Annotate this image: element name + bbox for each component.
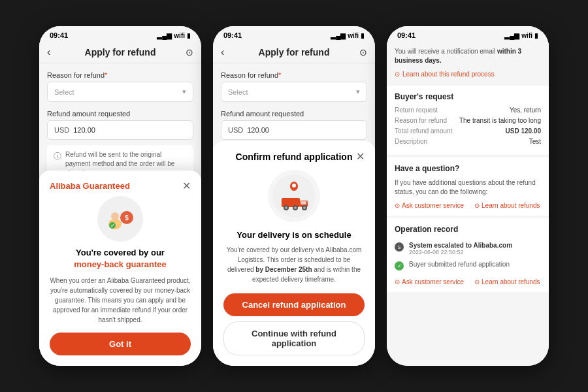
currency-1: USD	[54, 126, 69, 134]
learn-refunds-link-1[interactable]: ⊙ Learn about refunds	[474, 202, 540, 209]
got-it-button[interactable]: Got it	[50, 333, 191, 355]
ask-icon-2: ⊙	[395, 278, 400, 286]
reason-value-s3: The transit is taking too long	[459, 117, 541, 124]
notification-text: You will receive a notification email wi…	[387, 42, 549, 71]
amount-label-1: Refund amount requested	[47, 110, 193, 118]
info-icon-1: ⓘ	[54, 151, 61, 162]
ask-icon-1: ⊙	[395, 202, 400, 209]
total-amount-value: USD 120.00	[506, 127, 541, 135]
description-label: Description	[395, 138, 427, 145]
amount-input-2[interactable]: USD 120.00	[221, 120, 367, 140]
reason-label-s3: Reason for refund	[395, 117, 447, 124]
operation-record-title: Operation record	[395, 225, 541, 234]
amount-input-1[interactable]: USD 120.00	[47, 120, 193, 140]
delivery-svg	[271, 173, 317, 219]
buyers-request-card: Buyer's request Return request Yes, retu…	[387, 86, 549, 155]
chevron-down-icon-1: ▾	[182, 88, 186, 96]
reason-placeholder-2: Select	[228, 88, 248, 96]
total-amount-label: Total refund amount	[395, 127, 452, 135]
nav-title-1: Apply for refund	[85, 47, 156, 57]
refund-status-screen: You will receive a notification email wi…	[387, 42, 549, 366]
screen-content-1: Reason for refund* Select ▾ Refund amoun…	[39, 63, 201, 366]
status-bar-1: 09:41 ▂▄▆ wifi ▮	[39, 26, 201, 42]
alibaba-logo: Alibaba Guaranteed	[50, 181, 191, 191]
status-time-2: 09:41	[223, 31, 242, 39]
timeline-content-2: Buyer submitted refund application	[409, 261, 541, 270]
status-bar-3: 09:41 ▂▄▆ wifi ▮	[387, 26, 549, 42]
svg-point-18	[303, 206, 306, 209]
reason-select-2[interactable]: Select ▾	[221, 82, 367, 102]
return-request-label: Return request	[395, 106, 438, 114]
learn-refund-process-link[interactable]: ⊙ Learn about this refund process	[387, 71, 549, 83]
reason-label-1: Reason for refund*	[47, 71, 193, 79]
question-title: Have a question?	[395, 164, 541, 173]
learn-icon-1: ⊙	[474, 202, 480, 209]
battery-icon-2: ▮	[361, 32, 365, 39]
cancel-refund-button[interactable]: Cancel refund application	[223, 293, 365, 316]
wifi-icon-1: wifi	[174, 32, 185, 39]
total-amount-row: Total refund amount USD 120.00	[395, 127, 541, 135]
dialog-close-button[interactable]: ✕	[356, 150, 365, 163]
sheet-close-1[interactable]: ✕	[182, 180, 191, 192]
wifi-icon-3: wifi	[521, 32, 532, 39]
description-value: Test	[529, 138, 541, 145]
svg-point-14	[285, 206, 287, 209]
delivery-illustration	[223, 170, 365, 222]
operation-record-card: Operation record S System escalated to A…	[387, 218, 549, 292]
ask-customer-service-link-1[interactable]: ⊙ Ask customer service	[395, 202, 464, 209]
ask-customer-service-link-2[interactable]: ⊙ Ask customer service	[395, 278, 464, 286]
amount-value-1: 120.00	[73, 126, 95, 134]
sheet-body: When you order an Alibaba Guaranteed pro…	[50, 276, 191, 325]
timeline-content-1: System escalated to Alibaba.com 2022-06-…	[409, 242, 541, 255]
dialog-title: Confirm refund application	[223, 152, 365, 162]
svg-point-2	[111, 212, 119, 220]
guaranteed-illustration: $ ✓	[50, 196, 191, 242]
back-button-2[interactable]: ‹	[221, 46, 224, 58]
svg-point-16	[294, 206, 297, 209]
sheet-heading: You're covered by our money-back guarant…	[50, 247, 191, 270]
illustration-circle: $ ✓	[97, 196, 143, 242]
screen-content-2: Reason for refund* Select ▾ Refund amoun…	[213, 63, 375, 366]
escalated-time: 2022-06-08 22:50:52	[409, 249, 541, 255]
reason-placeholder-1: Select	[54, 88, 74, 96]
question-card: Have a question? If you have additional …	[387, 157, 549, 216]
continue-refund-button[interactable]: Continue with refund application	[223, 321, 365, 355]
phone-screen-1: 09:41 ▂▄▆ wifi ▮ ‹ Apply for refund ⊙ Re…	[39, 26, 201, 366]
timeline-item-2: ✓ Buyer submitted refund application	[395, 261, 541, 270]
learn-icon: ⊙	[395, 71, 400, 78]
headset-icon-1[interactable]: ⊙	[186, 47, 193, 57]
system-dot: S	[395, 242, 404, 252]
status-icons-1: ▂▄▆ wifi ▮	[157, 32, 191, 39]
svg-rect-12	[301, 201, 306, 204]
phone-screen-3: 09:41 ▂▄▆ wifi ▮ You will receive a noti…	[387, 26, 549, 366]
phone-screen-2: 09:41 ▂▄▆ wifi ▮ ‹ Apply for refund ⊙ Re…	[213, 26, 375, 366]
reason-select-1[interactable]: Select ▾	[47, 82, 193, 102]
status-bar-2: 09:41 ▂▄▆ wifi ▮	[213, 26, 375, 42]
amount-value-2: 120.00	[247, 126, 269, 134]
nav-bar-1: ‹ Apply for refund ⊙	[39, 42, 201, 63]
chevron-down-icon-2: ▾	[356, 88, 360, 96]
learn-icon-2: ⊙	[474, 278, 480, 286]
reason-label-2: Reason for refund*	[221, 71, 367, 79]
learn-refunds-link-2[interactable]: ⊙ Learn about refunds	[474, 278, 540, 286]
buyers-request-title: Buyer's request	[395, 92, 541, 101]
back-button-1[interactable]: ‹	[47, 46, 50, 58]
check-dot: ✓	[395, 261, 404, 270]
svg-rect-10	[282, 198, 300, 207]
signal-icon-3: ▂▄▆	[504, 32, 519, 39]
return-request-row: Return request Yes, return	[395, 106, 541, 114]
nav-bar-2: ‹ Apply for refund ⊙	[213, 42, 375, 63]
status-time-3: 09:41	[397, 31, 416, 39]
svg-text:✓: ✓	[110, 223, 115, 229]
timeline: S System escalated to Alibaba.com 2022-0…	[395, 239, 541, 278]
confirm-refund-dialog: ✕ Confirm refund application	[213, 141, 375, 366]
currency-2: USD	[228, 126, 243, 134]
battery-icon-3: ▮	[534, 32, 538, 39]
reason-row: Reason for refund The transit is taking …	[395, 117, 541, 124]
svg-text:$: $	[125, 214, 129, 221]
description-row: Description Test	[395, 138, 541, 145]
operation-links: ⊙ Ask customer service ⊙ Learn about ref…	[395, 278, 541, 286]
headset-icon-2[interactable]: ⊙	[359, 47, 367, 57]
nav-title-2: Apply for refund	[259, 47, 330, 57]
dialog-heading: Your delivery is on schedule	[223, 230, 365, 240]
